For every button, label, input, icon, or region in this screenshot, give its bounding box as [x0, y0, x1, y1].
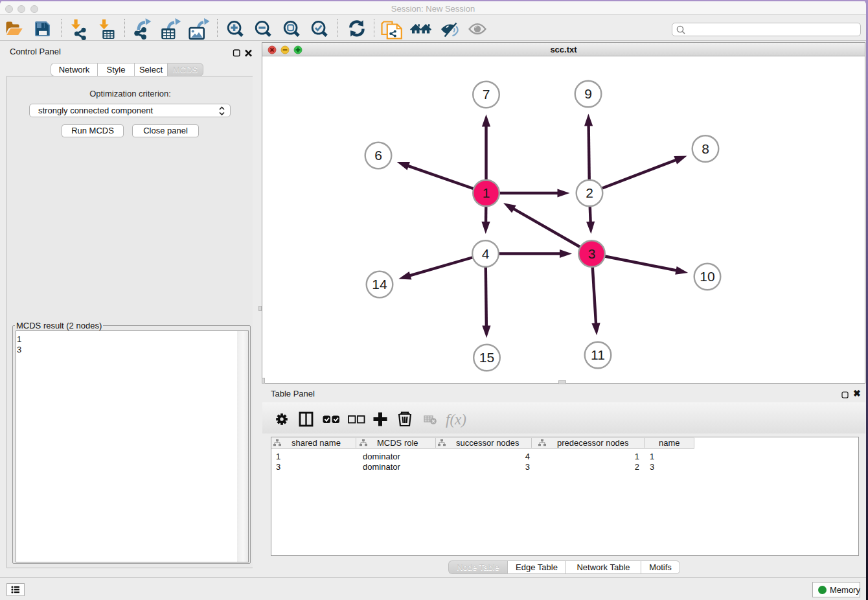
svg-text:1: 1 — [483, 185, 490, 200]
svg-text:3: 3 — [588, 246, 596, 261]
svg-text:2: 2 — [586, 185, 593, 200]
svg-text:6: 6 — [374, 148, 382, 163]
svg-text:4: 4 — [482, 246, 490, 261]
svg-text:8: 8 — [702, 141, 709, 156]
svg-text:9: 9 — [584, 86, 592, 101]
svg-text:11: 11 — [591, 347, 605, 362]
svg-text:7: 7 — [483, 87, 490, 102]
svg-text:10: 10 — [700, 269, 714, 284]
svg-text:15: 15 — [479, 350, 494, 365]
svg-text:14: 14 — [372, 277, 387, 292]
svg-text:f(x): f(x) — [446, 411, 466, 428]
